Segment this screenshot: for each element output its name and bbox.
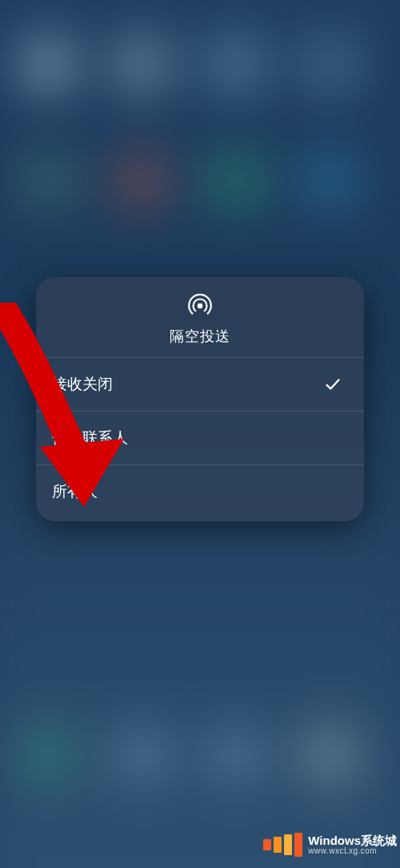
airdrop-popup: 隔空投送 接收关闭 仅限联系人 所有人	[36, 277, 364, 521]
watermark-url: www.wxcLxg.com	[308, 847, 397, 856]
watermark: Windows系统城 www.wxcLxg.com	[263, 833, 397, 857]
option-label: 所有人	[52, 481, 98, 502]
option-receiving-off[interactable]: 接收关闭	[36, 357, 364, 411]
watermark-bar	[284, 834, 292, 855]
watermark-text: Windows系统城 www.wxcLxg.com	[308, 834, 397, 855]
option-label: 仅限联系人	[52, 428, 128, 448]
watermark-bar	[263, 839, 271, 850]
watermark-brand: Windows系统城	[308, 834, 397, 847]
option-everyone[interactable]: 所有人	[36, 464, 364, 521]
airdrop-icon	[186, 291, 214, 320]
popup-header: 隔空投送	[36, 277, 364, 357]
watermark-bar	[294, 833, 302, 857]
option-label: 接收关闭	[52, 374, 113, 395]
svg-point-0	[198, 303, 203, 309]
popup-title: 隔空投送	[170, 327, 230, 346]
checkmark-icon	[324, 376, 342, 393]
option-contacts-only[interactable]: 仅限联系人	[36, 411, 364, 464]
watermark-bar	[274, 837, 282, 853]
